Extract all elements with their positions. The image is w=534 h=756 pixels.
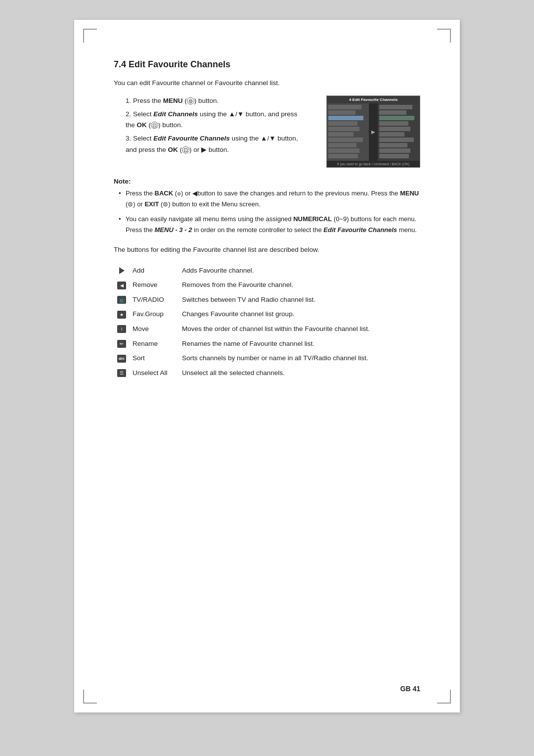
button-row-favgroup: Fav.Group Changes Favourite channel list… [114, 307, 420, 322]
intro-text: You can edit Favourite channel or Favour… [114, 78, 420, 89]
unselect-icon [117, 369, 126, 377]
page-number: GB 41 [400, 685, 420, 693]
step-3: Select Edit Favourite Channels using the… [124, 133, 316, 156]
tvradio-icon [117, 296, 126, 304]
button-label-move: Move [130, 322, 179, 336]
button-label-unselect: Unselect All [130, 366, 179, 380]
button-row-unselect: Unselect All Unselect all the selected c… [114, 366, 420, 380]
scr-col-right [378, 103, 420, 161]
screenshot-cols: ▶ [327, 103, 420, 161]
button-desc-remove: Removes from the Favourite channel. [179, 278, 420, 292]
rename-icon [117, 340, 126, 348]
button-desc-add: Adds Favourite channel. [179, 263, 420, 278]
button-label-tvradio: TV/RADIO [130, 292, 179, 307]
remove-icon [117, 282, 126, 289]
button-icon-add [114, 263, 130, 278]
button-icon-tvradio [114, 292, 130, 307]
steps-list: Press the MENU (⊜) button. Select Edit C… [114, 95, 316, 156]
scr-arrow-icon: ▶ [371, 129, 375, 136]
button-icon-move [114, 322, 130, 336]
button-desc-rename: Renames the name of Favourite channel li… [179, 336, 420, 351]
screenshot-title-bar: 4 Edit Favourite Channels [327, 96, 420, 103]
corner-mark-tr [437, 29, 451, 43]
note-section: Note: Press the BACK (⊜) or ◀button to s… [114, 178, 420, 236]
screenshot-image: 4 Edit Favourite Channels ▶ [326, 95, 420, 168]
button-icon-remove [114, 278, 130, 292]
button-label-remove: Remove [130, 278, 179, 292]
note-item-1: Press the BACK (⊜) or ◀button to save th… [119, 188, 420, 210]
button-label-sort: Sort [130, 351, 179, 366]
button-label-rename: Rename [130, 336, 179, 351]
button-desc-unselect: Unselect all the selected channels. [179, 366, 420, 380]
note-bullets: Press the BACK (⊜) or ◀button to save th… [114, 188, 420, 236]
button-icon-sort [114, 351, 130, 366]
button-row-tvradio: TV/RADIO Switches between TV and Radio c… [114, 292, 420, 307]
button-icon-favgroup [114, 307, 130, 322]
note-item-2: You can easily navigate all menu items u… [119, 214, 420, 236]
favgroup-icon [117, 311, 126, 319]
note-title: Note: [114, 178, 420, 185]
button-label-favgroup: Fav.Group [130, 307, 179, 322]
button-icon-rename [114, 336, 130, 351]
button-row-add: Add Adds Favourite channel. [114, 263, 420, 278]
button-row-sort: Sort Sorts channels by number or name in… [114, 351, 420, 366]
add-icon [119, 267, 125, 274]
button-label-add: Add [130, 263, 179, 278]
scr-divider: ▶ [369, 103, 378, 161]
move-icon [117, 325, 126, 333]
button-desc-sort: Sorts channels by number or name in all … [179, 351, 420, 366]
step-1: Press the MENU (⊜) button. [124, 95, 316, 107]
button-icon-unselect [114, 366, 130, 380]
step-2: Select Edit Channels using the ▲/▼ butto… [124, 109, 316, 132]
screenshot-footer: If you want to go back / command / BACK … [327, 161, 420, 167]
button-desc-tvradio: Switches between TV and Radio channel li… [179, 292, 420, 307]
button-row-rename: Rename Renames the name of Favourite cha… [114, 336, 420, 351]
button-table: Add Adds Favourite channel. Remove Remov… [114, 263, 420, 380]
steps-column: Press the MENU (⊜) button. Select Edit C… [114, 95, 316, 165]
section-title: 7.4 Edit Favourite Channels [114, 59, 420, 70]
sort-icon [117, 355, 126, 363]
desc-text: The buttons for editing the Favourite ch… [114, 244, 420, 255]
button-row-move: Move Moves the order of channel list wit… [114, 322, 420, 336]
content-with-image: Press the MENU (⊜) button. Select Edit C… [114, 95, 420, 168]
button-row-remove: Remove Removes from the Favourite channe… [114, 278, 420, 292]
button-desc-move: Moves the order of channel list within t… [179, 322, 420, 336]
page: 7.4 Edit Favourite Channels You can edit… [74, 20, 460, 712]
corner-mark-br [437, 690, 451, 704]
scr-col-left [327, 103, 369, 161]
button-desc-favgroup: Changes Favourite channel list group. [179, 307, 420, 322]
corner-mark-tl [83, 29, 97, 43]
corner-mark-bl [83, 690, 97, 704]
